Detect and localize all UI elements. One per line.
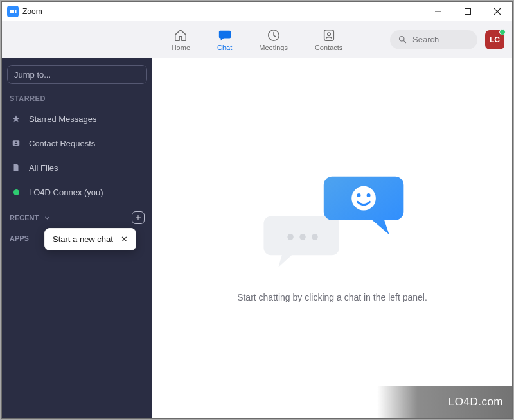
- top-nav: Home Chat Meetings Contacts: [2, 21, 512, 58]
- chat-empty-state: Start chatting by clicking a chat in the…: [152, 58, 512, 418]
- presence-dot-icon: [499, 29, 506, 35]
- clock-icon: [267, 28, 281, 42]
- nav-chat-label: Chat: [217, 44, 232, 51]
- nav-meetings-label: Meetings: [259, 44, 288, 51]
- body: Jump to... STARRED Starred Messages Cont…: [2, 58, 512, 418]
- svg-point-19: [367, 193, 371, 197]
- nav-contacts[interactable]: Contacts: [310, 26, 348, 54]
- svg-point-8: [400, 37, 405, 42]
- titlebar: Zoom: [2, 2, 512, 21]
- star-icon: [11, 114, 21, 124]
- close-button[interactable]: [483, 2, 512, 21]
- avatar-initials: LC: [490, 35, 500, 44]
- zoom-app-icon: [7, 6, 19, 17]
- contact-card-icon: [11, 138, 21, 148]
- contacts-icon: [322, 28, 336, 42]
- svg-point-14: [287, 234, 293, 240]
- starred-section-label: STARRED: [7, 88, 147, 105]
- empty-state-hint: Start chatting by clicking a chat in the…: [237, 292, 427, 302]
- chevron-down-icon: [44, 214, 51, 222]
- new-chat-button[interactable]: [132, 211, 145, 224]
- svg-point-16: [312, 234, 317, 240]
- svg-point-11: [15, 141, 17, 143]
- new-chat-tooltip: Start a new chat ✕: [44, 228, 136, 250]
- svg-point-7: [327, 32, 330, 35]
- profile-avatar[interactable]: LC: [485, 30, 504, 49]
- sidebar: Jump to... STARRED Starred Messages Cont…: [2, 58, 152, 418]
- tooltip-close-button[interactable]: ✕: [121, 234, 128, 244]
- presence-icon: [11, 187, 21, 197]
- apps-section-header[interactable]: APPS Start a new chat ✕: [7, 229, 147, 243]
- jump-to-placeholder: Jump to...: [14, 70, 51, 80]
- plus-icon: [134, 214, 142, 222]
- tooltip-text: Start a new chat: [53, 234, 113, 244]
- window-title: Zoom: [22, 7, 42, 16]
- chat-icon: [218, 28, 232, 42]
- sidebar-item-label: Contact Requests: [29, 139, 95, 148]
- speech-bubble-blue-icon: [322, 174, 407, 238]
- sidebar-item-contact-requests[interactable]: Contact Requests: [7, 133, 147, 153]
- minimize-button[interactable]: [423, 2, 453, 21]
- search-icon: [398, 35, 407, 44]
- nav-meetings[interactable]: Meetings: [254, 26, 293, 54]
- home-icon: [173, 28, 188, 42]
- file-icon: [11, 162, 21, 173]
- recent-section-header[interactable]: RECENT: [7, 206, 147, 225]
- search-placeholder: Search: [412, 35, 439, 44]
- sidebar-item-label: All Files: [29, 163, 58, 173]
- recent-section-label: RECENT: [10, 214, 39, 222]
- watermark: LO4D.com: [377, 386, 512, 418]
- nav-chat[interactable]: Chat: [212, 26, 237, 54]
- svg-point-15: [299, 234, 305, 240]
- nav-home-label: Home: [172, 44, 190, 51]
- svg-rect-0: [10, 10, 14, 13]
- sidebar-item-starred-messages[interactable]: Starred Messages: [7, 109, 147, 129]
- apps-section-label: APPS: [10, 234, 29, 242]
- sidebar-item-all-files[interactable]: All Files: [7, 157, 147, 178]
- sidebar-item-label: LO4D Connex (you): [29, 188, 103, 197]
- maximize-button[interactable]: [453, 2, 483, 21]
- svg-point-18: [357, 193, 360, 197]
- sidebar-item-self[interactable]: LO4D Connex (you): [7, 182, 147, 202]
- svg-rect-2: [465, 8, 471, 14]
- empty-state-illustration: [261, 174, 403, 277]
- nav-home[interactable]: Home: [166, 26, 195, 54]
- jump-to-input[interactable]: Jump to...: [7, 65, 147, 84]
- search-input[interactable]: Search: [390, 30, 477, 49]
- watermark-text: LO4D.com: [448, 396, 503, 408]
- app-window: Zoom Home Chat Meet: [1, 1, 513, 419]
- nav-contacts-label: Contacts: [315, 44, 342, 51]
- svg-line-9: [403, 40, 405, 42]
- sidebar-item-label: Starred Messages: [29, 114, 97, 124]
- svg-point-17: [351, 186, 376, 211]
